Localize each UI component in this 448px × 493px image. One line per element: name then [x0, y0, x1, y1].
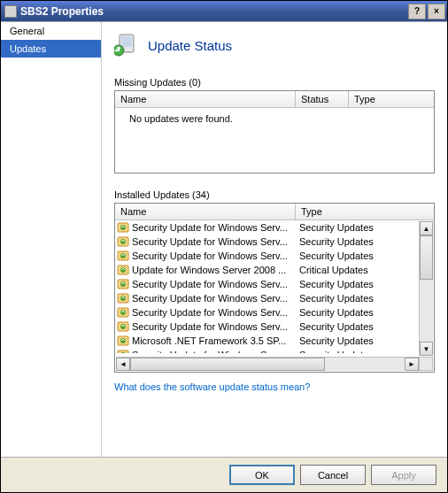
update-item-name: Security Update for Windows Serv...	[132, 293, 297, 304]
scroll-up-button[interactable]: ▲	[420, 221, 433, 235]
ok-button[interactable]: OK	[229, 465, 295, 485]
column-header-type[interactable]: Type	[349, 91, 434, 107]
update-item-name: Security Update for Windows Serv...	[132, 250, 297, 261]
update-item-type: Security Updates	[299, 293, 432, 304]
main-pane: Update Status Missing Updates (0) Name S…	[102, 22, 447, 457]
missing-list-header: Name Status Type	[115, 91, 434, 108]
missing-updates-label: Missing Updates (0)	[114, 77, 435, 88]
update-item-type: Critical Updates	[299, 265, 432, 275]
sidebar: General Updates	[1, 22, 102, 457]
missing-empty-message: No updates were found.	[115, 108, 434, 129]
update-item-type: Security Updates	[299, 236, 432, 247]
list-item[interactable]: Security Update for Windows Serv...Secur…	[115, 249, 434, 263]
update-item-icon	[117, 292, 129, 304]
help-button[interactable]: ?	[408, 4, 426, 19]
list-item[interactable]: Security Update for Windows Serv...Secur…	[115, 305, 434, 320]
list-item[interactable]: Update for Windows Server 2008 ...Critic…	[115, 263, 434, 277]
update-item-icon	[117, 306, 129, 319]
update-item-name: Security Update for Windows Serv...	[132, 222, 297, 233]
update-item-icon	[117, 250, 129, 262]
vertical-scroll-thumb[interactable]	[420, 235, 433, 280]
update-item-icon	[117, 335, 129, 347]
update-item-name: Security Update for Windows Serv...	[132, 236, 297, 247]
close-button[interactable]: ×	[428, 4, 445, 19]
update-item-icon	[117, 349, 129, 353]
sidebar-item-label: General	[10, 26, 44, 36]
apply-button[interactable]: Apply	[371, 465, 436, 485]
sidebar-item-label: Updates	[10, 43, 46, 54]
list-item[interactable]: Security Update for Windows Serv...Secur…	[115, 320, 434, 334]
update-item-type: Security Updates	[299, 307, 432, 318]
update-item-name: Update for Windows Server 2008 ...	[132, 265, 297, 275]
installed-updates-list: Name Type Security Update for Windows Se…	[114, 203, 435, 373]
scroll-right-button[interactable]: ►	[405, 358, 419, 371]
update-item-icon	[117, 264, 129, 276]
update-item-type: Security Updates	[299, 335, 432, 346]
sidebar-item-general[interactable]: General	[1, 22, 101, 40]
dialog-footer: OK Cancel Apply	[1, 457, 447, 492]
list-item[interactable]: Security Update for Windows Serv...Secur…	[115, 220, 434, 235]
list-item[interactable]: Security Update for Windows ServSecurity…	[115, 348, 434, 353]
list-item[interactable]: Security Update for Windows Serv...Secur…	[115, 277, 434, 291]
list-item[interactable]: Microsoft .NET Framework 3.5 SP...Securi…	[115, 334, 434, 348]
update-item-name: Security Update for Windows Serv...	[132, 321, 297, 332]
update-item-name: Security Update for Windows Serv	[132, 350, 297, 353]
update-status-icon	[114, 33, 139, 58]
update-item-type: Security Updates	[299, 222, 432, 233]
status-header: Update Status	[114, 33, 435, 58]
svg-rect-1	[121, 36, 132, 47]
scroll-down-button[interactable]: ▼	[420, 342, 433, 356]
vertical-scrollbar[interactable]: ▲ ▼	[419, 221, 433, 356]
help-link[interactable]: What does the software update status mea…	[114, 381, 310, 392]
content-area: General Updates Update Status Missing Up…	[1, 21, 447, 457]
column-header-name[interactable]: Name	[115, 204, 296, 220]
cancel-button[interactable]: Cancel	[300, 465, 366, 485]
horizontal-scrollbar[interactable]: ◄ ►	[116, 357, 419, 371]
installed-updates-label: Installed Updates (34)	[114, 189, 435, 200]
list-item[interactable]: Security Update for Windows Serv...Secur…	[115, 235, 434, 249]
update-item-icon	[117, 235, 129, 248]
column-header-type[interactable]: Type	[296, 204, 434, 220]
system-icon	[4, 5, 17, 18]
update-item-type: Security Updates	[299, 350, 432, 353]
page-title: Update Status	[148, 38, 232, 53]
scroll-corner	[419, 357, 433, 371]
column-header-status[interactable]: Status	[296, 91, 349, 107]
update-item-type: Security Updates	[299, 250, 432, 261]
update-item-icon	[117, 221, 129, 234]
horizontal-scroll-thumb[interactable]	[130, 358, 325, 371]
update-item-name: Microsoft .NET Framework 3.5 SP...	[132, 335, 297, 346]
column-header-name[interactable]: Name	[115, 91, 296, 107]
update-item-name: Security Update for Windows Serv...	[132, 307, 297, 318]
window-title: SBS2 Properties	[20, 5, 104, 18]
update-item-icon	[117, 320, 129, 333]
title-bar: SBS2 Properties ? ×	[1, 1, 447, 21]
scroll-left-button[interactable]: ◄	[116, 358, 130, 371]
list-item[interactable]: Security Update for Windows Serv...Secur…	[115, 291, 434, 305]
missing-updates-list: Name Status Type No updates were found.	[114, 90, 435, 173]
update-item-name: Security Update for Windows Serv...	[132, 279, 297, 289]
update-item-type: Security Updates	[299, 279, 432, 289]
sidebar-item-updates[interactable]: Updates	[1, 40, 101, 58]
installed-list-header: Name Type	[115, 204, 434, 220]
update-item-type: Security Updates	[299, 321, 432, 332]
update-item-icon	[117, 278, 129, 290]
